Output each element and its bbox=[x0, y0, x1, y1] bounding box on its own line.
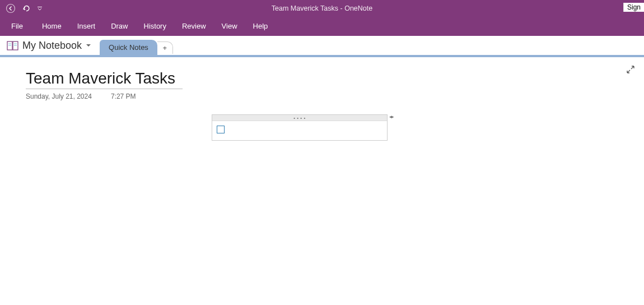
window-title: Team Maverick Tasks - OneNote bbox=[272, 4, 372, 12]
todo-checkbox[interactable] bbox=[217, 126, 225, 133]
menu-draw[interactable]: Draw bbox=[103, 17, 136, 36]
menu-history[interactable]: History bbox=[136, 17, 174, 36]
svg-rect-1 bbox=[38, 7, 42, 7]
back-icon[interactable] bbox=[4, 2, 17, 15]
menu-home[interactable]: Home bbox=[34, 17, 69, 36]
menu-review[interactable]: Review bbox=[174, 17, 214, 36]
customize-qat-icon[interactable] bbox=[36, 2, 44, 15]
notebook-bar: My Notebook Quick Notes + bbox=[0, 36, 644, 57]
svg-point-0 bbox=[7, 4, 15, 13]
notebook-selector[interactable]: My Notebook bbox=[7, 40, 92, 52]
resize-handle-icon[interactable]: ◂▸ bbox=[389, 114, 394, 119]
add-tab-button[interactable]: + bbox=[157, 41, 173, 54]
menu-insert[interactable]: Insert bbox=[69, 17, 104, 36]
chevron-down-icon bbox=[85, 40, 92, 52]
page-title-block: Team Maverick Tasks Sunday, July 21, 202… bbox=[26, 70, 183, 100]
content-container-drag-handle[interactable]: • • • • ◂▸ bbox=[212, 115, 387, 121]
page-canvas[interactable]: Team Maverick Tasks Sunday, July 21, 202… bbox=[0, 57, 644, 305]
content-container[interactable]: • • • • ◂▸ bbox=[212, 114, 388, 141]
content-body[interactable] bbox=[212, 121, 387, 140]
page-date[interactable]: Sunday, July 21, 2024 bbox=[26, 93, 92, 100]
notebook-icon bbox=[7, 41, 19, 51]
titlebar-left-controls bbox=[0, 2, 44, 15]
menu-file[interactable]: File bbox=[10, 17, 34, 36]
page-meta: Sunday, July 21, 2024 7:27 PM bbox=[26, 93, 183, 100]
undo-icon[interactable] bbox=[20, 2, 32, 15]
expand-icon[interactable] bbox=[626, 65, 635, 76]
menu-help[interactable]: Help bbox=[245, 17, 276, 36]
notebook-name: My Notebook bbox=[22, 40, 82, 52]
sign-in-button[interactable]: Sign bbox=[623, 3, 644, 12]
page-time[interactable]: 7:27 PM bbox=[111, 93, 136, 100]
menubar: File Home Insert Draw History Review Vie… bbox=[0, 17, 644, 36]
grip-dots-icon: • • • • bbox=[293, 117, 305, 119]
page-title[interactable]: Team Maverick Tasks bbox=[26, 70, 183, 89]
tab-quick-notes[interactable]: Quick Notes bbox=[100, 40, 157, 55]
menu-view[interactable]: View bbox=[214, 17, 245, 36]
titlebar: Team Maverick Tasks - OneNote Sign bbox=[0, 0, 644, 17]
